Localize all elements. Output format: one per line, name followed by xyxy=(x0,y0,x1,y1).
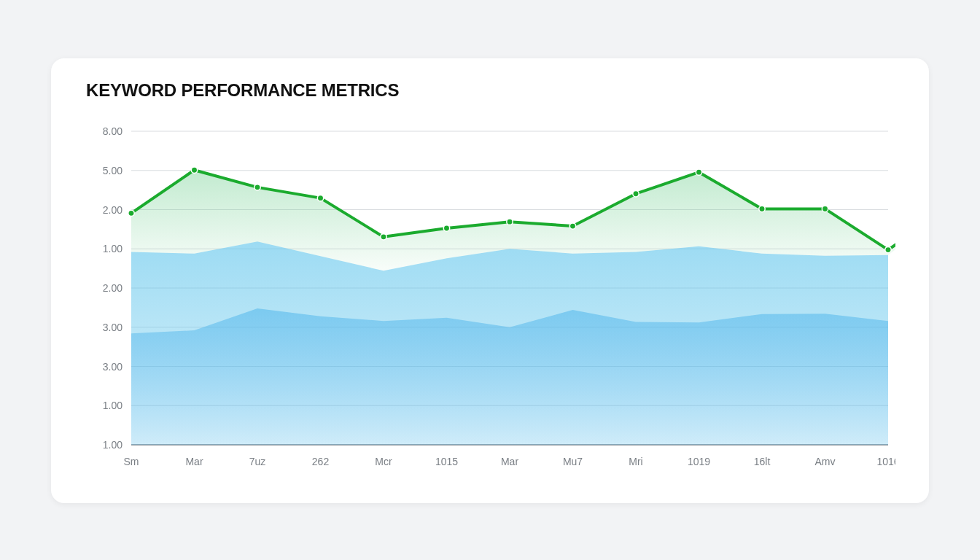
point xyxy=(633,191,639,197)
y-tick: 2.00 xyxy=(103,282,122,294)
y-tick: 1.00 xyxy=(103,243,122,254)
metrics-card: KEYWORD PERFORMANCE METRICS 8.005.002.00… xyxy=(51,58,929,503)
x-tick: Sm xyxy=(124,456,139,467)
x-tick: 1015 xyxy=(435,456,458,467)
point xyxy=(822,206,828,211)
y-tick: 8.00 xyxy=(103,125,122,137)
chart-plot: 8.005.002.001.002.003.003.001.001.00SmMa… xyxy=(86,124,895,489)
y-tick: 2.00 xyxy=(103,204,122,216)
point xyxy=(885,246,891,252)
y-tick: 5.00 xyxy=(103,165,122,176)
y-tick: 1.00 xyxy=(103,400,122,411)
x-tick: Mar xyxy=(501,456,518,467)
x-tick: 7uz xyxy=(249,456,266,467)
y-tick: 3.00 xyxy=(103,361,122,373)
y-tick: 1.00 xyxy=(103,439,122,451)
x-tick: 16lt xyxy=(754,456,771,467)
x-tick: Amv xyxy=(815,456,836,467)
point xyxy=(191,167,197,173)
x-tick: 1016 xyxy=(876,456,895,467)
point xyxy=(569,223,575,229)
point xyxy=(254,184,260,190)
area-upper-blue xyxy=(131,241,888,445)
point xyxy=(381,234,386,240)
point xyxy=(507,219,513,225)
point xyxy=(443,225,449,231)
x-tick: Mu7 xyxy=(563,456,583,467)
point xyxy=(317,195,323,201)
chart-title: KEYWORD PERFORMANCE METRICS xyxy=(86,80,399,101)
x-tick: Mar xyxy=(185,456,203,467)
y-tick: 3.00 xyxy=(103,322,122,333)
x-tick: 262 xyxy=(312,456,330,467)
x-tick: Mcr xyxy=(375,456,392,467)
x-tick: Mri xyxy=(629,456,642,467)
point xyxy=(696,169,701,175)
point xyxy=(759,206,765,211)
x-tick: 1019 xyxy=(688,456,710,467)
point xyxy=(128,210,134,216)
